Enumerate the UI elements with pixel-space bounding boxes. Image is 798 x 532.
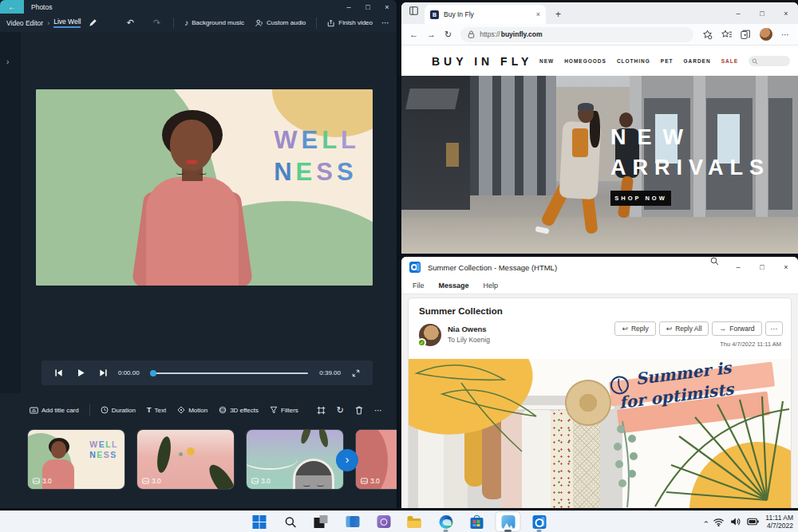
tray-expand-button[interactable]: › [701,520,710,522]
redo-button[interactable]: ↷ [145,18,168,28]
chat-button[interactable] [372,512,396,531]
delete-button[interactable] [355,406,363,415]
recipient-line[interactable]: To Lily Koenig [448,336,490,344]
add-title-card-button[interactable]: Add title card [24,407,85,414]
nav-clothing[interactable]: CLOTHING [617,58,650,64]
forward-button[interactable]: → [427,30,436,39]
favorites-button[interactable] [721,30,732,40]
favorites-settings-button[interactable] [702,30,713,40]
maximize-button[interactable]: □ [750,257,774,278]
motion-button[interactable]: Motion [172,406,213,414]
seek-bar[interactable] [151,372,309,374]
3d-effects-button[interactable]: 3D effects [213,406,264,414]
edge-button[interactable] [434,512,458,531]
rotate-button[interactable]: ↻ [337,405,344,416]
file-explorer-button[interactable] [403,512,427,531]
more-tools-button[interactable]: ⋯ [374,406,383,415]
finish-video-button[interactable]: Finish video [322,19,378,27]
new-tab-button[interactable]: + [555,10,561,18]
message-more-button[interactable]: ⋯ [765,321,784,336]
image-icon [142,478,149,484]
reply-button[interactable]: ↩ Reply [614,321,655,336]
storyboard-clip-3[interactable]: 3.0 [247,430,343,489]
store-button[interactable] [465,512,489,531]
lock-icon [468,30,475,38]
close-button[interactable]: × [377,0,397,14]
next-frame-button[interactable] [96,368,110,377]
previous-frame-button[interactable] [51,368,65,377]
browser-tab[interactable]: B Buy In Fly × [425,5,546,24]
widgets-button[interactable] [310,512,334,531]
background-music-button[interactable]: ♪ Background music [179,18,250,27]
text-button[interactable]: T Text [141,406,172,414]
breadcrumb-project[interactable]: Live Well [53,18,81,28]
back-button[interactable]: ← [409,30,418,39]
close-button[interactable]: × [774,257,798,278]
refresh-button[interactable]: ↻ [444,30,452,40]
expand-panel-button[interactable]: › [6,57,9,66]
storyboard-clip-1[interactable]: WELL NESS 3.0 [28,430,124,489]
seek-handle[interactable] [150,370,156,376]
breadcrumb-root[interactable]: Video Editor [6,19,43,27]
playback-bar: 0:00.00 0:39.00 [41,361,373,385]
collections-button[interactable] [741,30,751,40]
reply-all-button[interactable]: ↩ Reply All [659,321,709,336]
clip-duration: 3.0 [261,477,271,485]
site-search-input[interactable] [749,56,790,66]
minimize-button[interactable]: – [339,0,358,14]
rename-button[interactable] [89,18,97,27]
nav-garden[interactable]: GARDEN [683,58,710,64]
nav-new[interactable]: NEW [539,58,554,64]
tab-close-button[interactable]: × [536,10,540,18]
maximize-button[interactable]: □ [750,2,774,24]
sender-name[interactable]: Nia Owens [448,325,487,333]
forward-button[interactable]: → Forward [712,321,761,336]
play-button[interactable] [73,368,88,377]
taskbar-search-button[interactable] [279,512,302,531]
wifi-icon[interactable] [713,518,724,526]
maximize-icon: □ [365,3,369,11]
tab-actions-button[interactable] [409,4,418,18]
minimize-button[interactable]: – [726,257,750,278]
crop-button[interactable] [317,406,326,415]
undo-button[interactable]: ↶ [116,18,145,28]
site-logo[interactable]: BUY IN FLY [432,55,532,68]
search-button[interactable] [702,257,726,278]
wellness-title-text: WELL NESS [274,124,360,188]
filters-button[interactable]: Filters [264,406,304,414]
url-field[interactable]: https:// buyinfly.com [460,27,693,42]
maximize-button[interactable]: □ [358,0,377,14]
sender-avatar[interactable]: ✓ [419,324,441,346]
menu-message[interactable]: Message [439,282,469,290]
menu-file[interactable]: File [413,282,425,290]
nav-homegoods[interactable]: HOMEGOODS [564,58,606,64]
nav-sale[interactable]: SALE [721,58,738,64]
widgets-icon [320,515,328,523]
storyboard-next-button[interactable]: › [336,449,358,471]
browser-menu-button[interactable]: ⋯ [781,30,790,39]
custom-audio-button[interactable]: Custom audio [250,19,311,27]
more-options-button[interactable]: ⋯ [378,18,397,27]
photos-taskbar-button[interactable] [496,512,520,531]
back-button[interactable]: ← [0,0,24,14]
duration-button[interactable]: Duration [95,406,141,414]
taskbar-clock[interactable]: 11:11 AM 4/7/2022 [765,514,793,530]
outlook-taskbar-button[interactable] [527,512,551,531]
storyboard-clip-4[interactable]: 3.0 [356,430,397,489]
minimize-button[interactable]: – [726,2,750,24]
video-preview[interactable]: WELL NESS [36,89,373,286]
storyboard-clip-2[interactable]: 3.0 [137,430,234,489]
shop-now-button[interactable]: SHOP NOW [610,191,671,206]
task-view-icon [350,516,360,527]
volume-icon[interactable] [730,517,741,526]
task-view-button[interactable] [341,512,365,531]
menu-help[interactable]: Help [484,282,499,290]
fullscreen-button[interactable] [349,369,363,377]
close-button[interactable]: × [774,2,798,24]
title-letter: N [89,450,97,459]
nav-pet[interactable]: PET [661,58,674,64]
start-button[interactable] [247,512,271,531]
battery-icon[interactable] [747,518,759,526]
profile-avatar[interactable] [760,28,772,41]
motion-icon [177,406,185,414]
